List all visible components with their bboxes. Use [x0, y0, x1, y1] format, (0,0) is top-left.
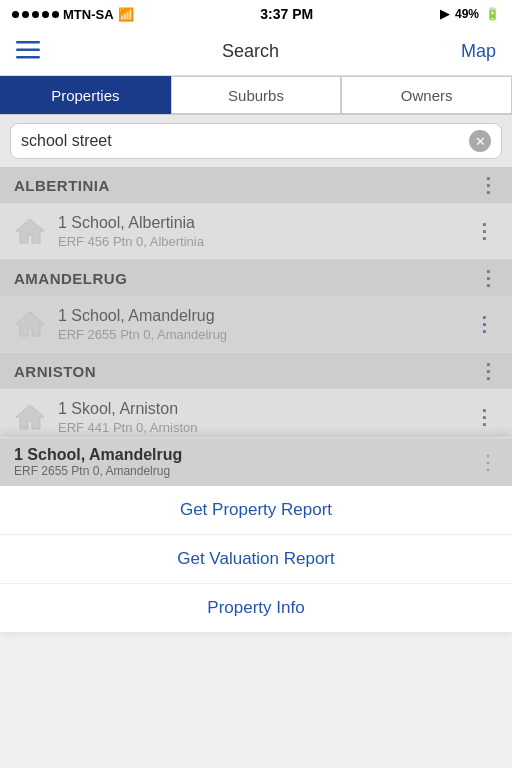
search-clear-button[interactable]: ✕	[469, 130, 491, 152]
status-right: ▶ 49% 🔋	[440, 7, 500, 21]
location-icon: ▶	[440, 7, 449, 21]
status-time: 3:37 PM	[260, 6, 313, 22]
map-button[interactable]: Map	[461, 41, 496, 62]
dot-1	[12, 11, 19, 18]
battery-icon: 🔋	[485, 7, 500, 21]
battery-label: 49%	[455, 7, 479, 21]
status-left: MTN-SA 📶	[12, 7, 134, 22]
dot-2	[22, 11, 29, 18]
carrier-label: MTN-SA	[63, 7, 114, 22]
svg-rect-1	[16, 48, 40, 51]
signal-dots	[12, 11, 59, 18]
search-input[interactable]	[21, 132, 444, 150]
tab-owners[interactable]: Owners	[341, 76, 512, 114]
get-property-report-button[interactable]: Get Property Report	[0, 486, 512, 535]
dot-4	[42, 11, 49, 18]
content-area: ALBERTINIA ⋮ 1 School, Albertinia ERF 45…	[0, 167, 512, 632]
search-bar: ✕	[0, 115, 512, 167]
wifi-icon: 📶	[118, 7, 134, 22]
search-input-wrapper[interactable]: ✕	[10, 123, 502, 159]
popup-subtitle: ERF 2655 Ptn 0, Amandelrug	[14, 464, 182, 478]
page-title: Search	[222, 41, 279, 62]
svg-rect-0	[16, 41, 40, 44]
popup-card: 1 School, Amandelrug ERF 2655 Ptn 0, Ama…	[0, 437, 512, 632]
tab-properties[interactable]: Properties	[0, 76, 171, 114]
popup-header-text: 1 School, Amandelrug ERF 2655 Ptn 0, Ama…	[14, 446, 182, 478]
menu-button[interactable]	[16, 39, 40, 65]
header: Search Map	[0, 28, 512, 76]
svg-rect-2	[16, 56, 40, 59]
tab-suburbs[interactable]: Suburbs	[171, 76, 342, 114]
get-valuation-report-button[interactable]: Get Valuation Report	[0, 535, 512, 584]
dot-3	[32, 11, 39, 18]
tab-bar: Properties Suburbs Owners	[0, 76, 512, 115]
popup-dots[interactable]: ⋮	[478, 450, 498, 474]
popup-title: 1 School, Amandelrug	[14, 446, 182, 464]
popup-header: 1 School, Amandelrug ERF 2655 Ptn 0, Ama…	[0, 438, 512, 486]
dot-5	[52, 11, 59, 18]
property-info-button[interactable]: Property Info	[0, 584, 512, 632]
status-bar: MTN-SA 📶 3:37 PM ▶ 49% 🔋	[0, 0, 512, 28]
clear-icon: ✕	[475, 134, 486, 149]
